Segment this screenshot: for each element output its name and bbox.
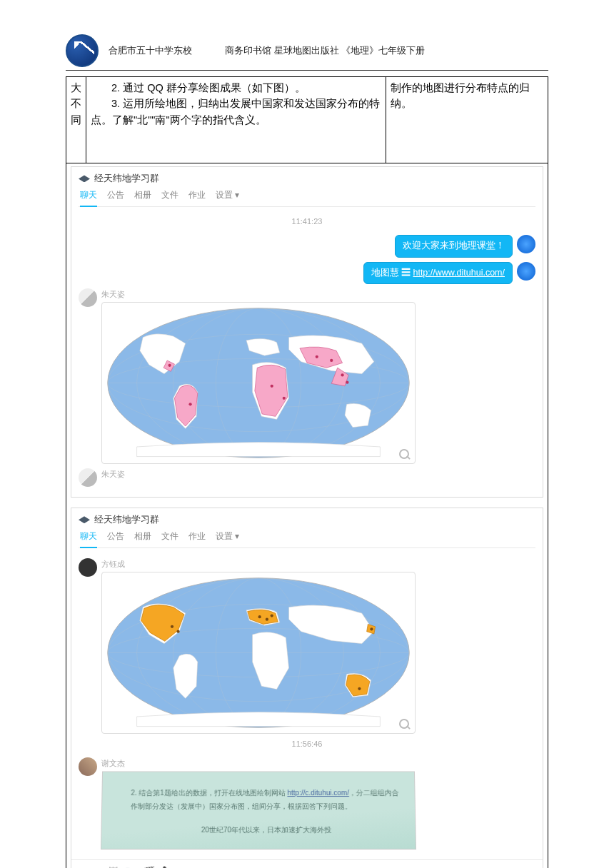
- graduation-cap-icon: [79, 175, 90, 182]
- message-user3: 谢文杰 2. 结合第1题给出的数据，打开在线地图绘制网站 http://c.di…: [79, 757, 535, 849]
- svg-point-6: [188, 403, 191, 405]
- tab-homework[interactable]: 作业: [188, 188, 206, 202]
- tab-album[interactable]: 相册: [134, 530, 151, 543]
- message-welcome: 欢迎大家来到地理课堂！: [79, 235, 535, 258]
- avatar-self[interactable]: [517, 262, 535, 281]
- school-name: 合肥市五十中学东校: [109, 44, 192, 57]
- tab-files[interactable]: 文件: [161, 530, 178, 543]
- svg-point-23: [266, 617, 268, 620]
- emoji-icon[interactable]: ☺: [92, 864, 101, 868]
- tab-chat[interactable]: 聊天: [80, 188, 97, 207]
- screenshot-icon[interactable]: ✂: [181, 864, 188, 868]
- worksheet-link[interactable]: http://c.dituhui.com/: [287, 789, 349, 797]
- svg-point-24: [271, 614, 273, 617]
- more-icon[interactable]: …: [196, 864, 205, 868]
- svg-point-8: [283, 397, 286, 400]
- publisher-info: 商务印书馆 星球地图出版社 《地理》七年级下册: [225, 44, 425, 57]
- qq-chat-window-1: 经天纬地学习群 聊天 公告 相册 文件 作业 设置 ▾ 11:41:23: [71, 166, 543, 498]
- world-map-orange: [106, 577, 411, 729]
- svg-point-13: [168, 364, 171, 367]
- message-link: 地图慧 ☰ http://www.dituhui.com/: [79, 262, 535, 285]
- dituhui-link[interactable]: http://www.dituhui.com/: [413, 268, 505, 278]
- svg-point-22: [258, 615, 261, 618]
- tab-settings[interactable]: 设置 ▾: [216, 530, 239, 543]
- avatar-user2[interactable]: [79, 558, 97, 577]
- avatar-user1b[interactable]: [79, 468, 97, 487]
- camera-icon[interactable]: 📷: [125, 864, 136, 868]
- lesson-table: 大 不 同 2. 通过 QQ 群分享绘图成果（如下图）。 3. 运用所绘地图，归…: [66, 76, 548, 868]
- tab-chat[interactable]: 聊天: [80, 530, 97, 548]
- message-user2: 方钰成: [79, 558, 535, 734]
- timestamp-2: 11:56:46: [79, 738, 535, 750]
- timestamp-1: 11:41:23: [79, 216, 535, 228]
- svg-point-20: [171, 625, 173, 628]
- font-icon[interactable]: A: [79, 864, 85, 868]
- tab-album[interactable]: 相册: [134, 188, 151, 202]
- qq-chat-window-2: 经天纬地学习群 聊天 公告 相册 文件 作业 设置 ▾: [71, 508, 543, 868]
- group-title-1: 经天纬地学习群: [79, 171, 535, 186]
- avatar-user1[interactable]: [79, 288, 97, 307]
- svg-point-12: [346, 381, 348, 384]
- right-content-cell: 制作的地图进行分布特点的归纳。: [386, 77, 548, 163]
- screenshot-cell: 经天纬地学习群 聊天 公告 相册 文件 作业 设置 ▾ 11:41:23: [66, 163, 548, 868]
- chat-tabs-2: 聊天 公告 相册 文件 作业 设置 ▾: [79, 530, 535, 548]
- school-logo: [66, 34, 99, 67]
- map-image-developed[interactable]: [101, 572, 416, 734]
- main-content-cell: 2. 通过 QQ 群分享绘图成果（如下图）。 3. 运用所绘地图，归纳出发展中国…: [86, 77, 386, 163]
- tab-files[interactable]: 文件: [161, 188, 178, 202]
- row-label-cell: 大 不 同: [66, 77, 86, 163]
- tab-notice[interactable]: 公告: [107, 188, 124, 202]
- message-user1: 朱天姿: [79, 288, 535, 464]
- photo-worksheet[interactable]: 2. 结合第1题给出的数据，打开在线地图绘制网站 http://c.dituhu…: [101, 771, 416, 849]
- tab-settings[interactable]: 设置 ▾: [216, 188, 239, 202]
- magnify-icon[interactable]: [399, 719, 409, 729]
- chat-tabs-1: 聊天 公告 相册 文件 作业 设置 ▾: [79, 188, 535, 207]
- svg-point-25: [358, 687, 361, 690]
- svg-point-9: [316, 355, 318, 358]
- svg-point-7: [271, 385, 273, 388]
- call-icon[interactable]: 📞: [162, 864, 173, 868]
- chat-toolbar: A ☺ 🖼 📷 🎬 📞 ✂ … 消息记录 ▾: [71, 859, 543, 868]
- page-header: 合肥市五十中学东校 商务印书馆 星球地图出版社 《地理》七年级下册: [66, 34, 548, 71]
- tab-homework[interactable]: 作业: [188, 530, 206, 543]
- graduation-cap-icon: [79, 516, 90, 523]
- message-history[interactable]: 消息记录 ▾: [498, 866, 535, 868]
- group-title-2: 经天纬地学习群: [79, 513, 535, 527]
- world-map-pink: [106, 307, 411, 459]
- svg-point-11: [341, 373, 343, 376]
- avatar-self[interactable]: [517, 235, 535, 253]
- magnify-icon[interactable]: [399, 449, 409, 459]
- video-icon[interactable]: 🎬: [144, 864, 155, 868]
- svg-point-21: [176, 630, 179, 633]
- svg-point-10: [330, 359, 333, 362]
- image-icon[interactable]: 🖼: [109, 864, 118, 868]
- map-image-developing[interactable]: [101, 302, 416, 464]
- svg-point-26: [370, 627, 373, 630]
- avatar-user3[interactable]: [79, 757, 97, 776]
- tab-notice[interactable]: 公告: [107, 530, 124, 543]
